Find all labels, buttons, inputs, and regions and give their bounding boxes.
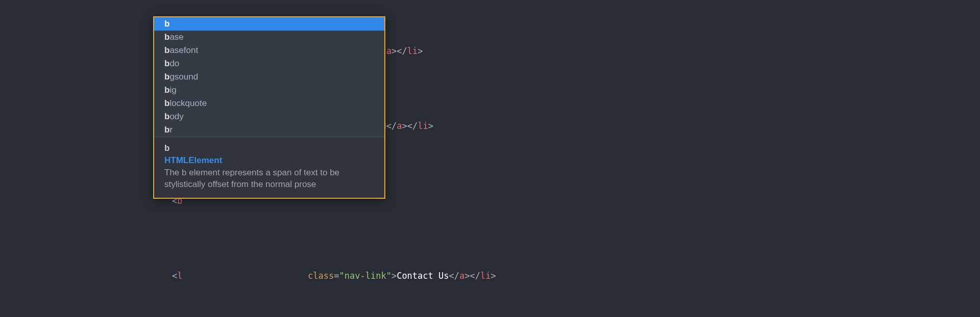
autocomplete-item[interactable]: basefont xyxy=(154,44,384,57)
autocomplete-item[interactable]: br xyxy=(154,123,384,137)
doc-type: HTMLElement xyxy=(164,154,374,167)
autocomplete-list: bbasebasefontbdobgsoundbigblockquotebody… xyxy=(154,17,384,137)
autocomplete-documentation: b HTMLElement The b element represents a… xyxy=(154,137,384,198)
autocomplete-popup: bbasebasefontbdobgsoundbigblockquotebody… xyxy=(153,16,385,199)
code-line: <li><a href="#contact-us" class="nav-lin… xyxy=(102,257,980,295)
autocomplete-item[interactable]: body xyxy=(154,110,384,123)
autocomplete-item[interactable]: bgsound xyxy=(154,70,384,84)
autocomplete-item[interactable]: blockquote xyxy=(154,97,384,110)
doc-tag-name: b xyxy=(164,142,374,154)
doc-description: The b element represents a span of text … xyxy=(164,167,374,191)
autocomplete-item[interactable]: bdo xyxy=(154,57,384,70)
autocomplete-item[interactable]: big xyxy=(154,84,384,97)
autocomplete-item[interactable]: base xyxy=(154,31,384,44)
autocomplete-item[interactable]: b xyxy=(154,17,384,31)
